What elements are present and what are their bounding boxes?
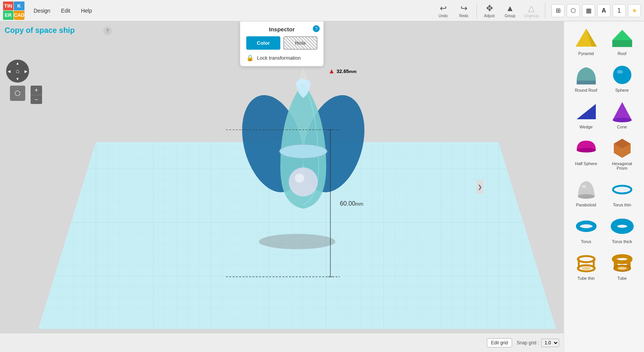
svg-rect-19: [577, 81, 596, 84]
svg-point-26: [577, 148, 596, 152]
bottom-bar: Edit grid Snap grid : 1.0 0.5 0.1: [0, 333, 564, 352]
shapes-row-1: Pyramid Roof: [566, 24, 642, 58]
inspector-help-button[interactable]: ?: [313, 25, 320, 32]
cone-icon: [611, 100, 634, 123]
shape-hex-prism[interactable]: Hexagonal Prism: [605, 135, 639, 173]
tube-label: Tube: [617, 276, 627, 281]
group-button[interactable]: ▲ Group: [501, 2, 520, 19]
svg-point-6: [289, 167, 318, 196]
group-icon: ▲: [506, 3, 514, 13]
shape-paraboloid[interactable]: Paraboloid: [569, 176, 603, 209]
height-value-label: 32.65mm: [337, 68, 356, 74]
half-sphere-label: Half Sphere: [575, 161, 597, 166]
grid-view-icon[interactable]: ⊞: [551, 4, 564, 17]
shapes-row-3: Wedge Cone: [566, 98, 642, 131]
number-1-icon[interactable]: 1: [613, 4, 626, 17]
group-label: Group: [505, 14, 516, 18]
shape-cone[interactable]: Cone: [605, 98, 639, 131]
shape-round-roof[interactable]: Round Roof: [569, 61, 603, 95]
toolbar-separator-1: [476, 3, 477, 18]
svg-point-46: [618, 267, 627, 270]
svg-point-25: [613, 118, 632, 122]
nav-cube-icon[interactable]: ⬡: [10, 86, 25, 101]
adjust-label: Adjust: [484, 14, 495, 18]
nav-left-arrow: ◀: [8, 69, 11, 73]
svg-point-29: [578, 194, 595, 199]
torus-thin-label: Torus thin: [613, 203, 631, 207]
shapes-row-4: Half Sphere Hexagonal Prism: [566, 135, 642, 173]
height-arrow-up-icon: ▲: [328, 67, 335, 75]
pyramid-label: Pyramid: [578, 51, 594, 56]
top-right-icon-group: ⊞ ⬡ ▦ A 1 ★: [551, 4, 641, 17]
help-button[interactable]: ?: [103, 27, 112, 35]
shape-torus-thick[interactable]: Torus thick: [605, 212, 639, 246]
toolbar-separator-2: [545, 3, 545, 18]
hex-prism-label: Hexagonal Prism: [607, 161, 637, 170]
cone-label: Cone: [617, 125, 627, 129]
torus-thick-icon: [611, 215, 634, 238]
shape-torus-thin[interactable]: Torus thin: [605, 176, 639, 209]
menu-edit[interactable]: Edit: [57, 5, 75, 16]
tube-icon: [611, 251, 634, 274]
svg-point-5: [280, 144, 327, 158]
shape-half-sphere[interactable]: Half Sphere: [569, 135, 603, 173]
text-a-icon[interactable]: A: [597, 4, 610, 17]
shape-roof[interactable]: Roof: [605, 24, 639, 58]
snap-label: Snap grid :: [517, 340, 539, 346]
svg-marker-17: [612, 30, 632, 40]
half-sphere-icon: [575, 137, 598, 160]
inspector-title: Inspector: [246, 26, 317, 32]
color-button[interactable]: Color: [246, 36, 280, 50]
menu-design[interactable]: Design: [29, 5, 55, 16]
layers-icon[interactable]: ▦: [582, 4, 595, 17]
tinkercad-logo[interactable]: TIN K ER CAD: [3, 2, 24, 20]
shapes-sidebar: Pyramid Roof Round Roof: [564, 21, 644, 352]
ungroup-label: Ungroup: [524, 14, 539, 18]
shapes-row-2: Round Roof Sphere: [566, 61, 642, 95]
edit-grid-button[interactable]: Edit grid: [487, 338, 512, 347]
redo-icon: ↪: [460, 3, 467, 13]
lock-row: 🔒 Lock transformation: [246, 54, 317, 62]
canvas-area[interactable]: Copy of space ship ? ▲ ▼ ◀ ▶ ⌂ ⬡ + − Ins…: [0, 21, 564, 352]
svg-point-32: [617, 187, 628, 192]
logo-cad: CAD: [14, 11, 24, 20]
svg-point-36: [620, 225, 624, 228]
nav-home-icon: ⌂: [16, 68, 20, 75]
inspector-panel: Inspector ? Color Hole 🔒 Lock transforma…: [240, 21, 324, 67]
nav-right-arrow: ▶: [24, 69, 28, 73]
shape-torus[interactable]: Torus: [569, 212, 603, 246]
svg-point-21: [617, 70, 623, 74]
adjust-button[interactable]: ✥ Adjust: [480, 2, 499, 19]
torus-label: Torus: [581, 239, 591, 244]
redo-button[interactable]: ↪ Redo: [454, 2, 473, 19]
menu-help[interactable]: Help: [76, 5, 97, 16]
collapse-sidebar-button[interactable]: ❯: [476, 180, 483, 194]
wedge-icon: [575, 100, 598, 123]
hex-prism-icon: [611, 137, 634, 160]
torus-icon: [575, 215, 598, 238]
main-toolbar: TIN K ER CAD Design Edit Help ↩ Undo ↪ R…: [0, 0, 644, 21]
nav-down-arrow: ▼: [16, 77, 20, 81]
undo-button[interactable]: ↩ Undo: [434, 2, 453, 19]
roof-icon: [611, 27, 634, 50]
shape-wedge[interactable]: Wedge: [569, 98, 603, 131]
shape-sphere[interactable]: Sphere: [605, 61, 639, 95]
nav-orbit[interactable]: ▲ ▼ ◀ ▶ ⌂: [6, 60, 29, 83]
tube-thin-label: Tube thin: [577, 276, 595, 281]
star-icon[interactable]: ★: [628, 4, 641, 17]
lock-icon: 🔒: [246, 54, 254, 62]
nav-controls: ▲ ▼ ◀ ▶ ⌂ ⬡ + −: [6, 60, 42, 104]
cube-icon[interactable]: ⬡: [567, 4, 580, 17]
hole-button[interactable]: Hole: [283, 36, 317, 50]
snap-select[interactable]: 1.0 0.5 0.1: [541, 339, 559, 347]
logo-tin: TIN: [3, 2, 13, 11]
shape-pyramid[interactable]: Pyramid: [569, 24, 603, 58]
shape-tube-thin[interactable]: Tube thin: [569, 249, 603, 283]
redo-label: Redo: [459, 14, 468, 18]
nav-up-arrow: ▲: [16, 61, 20, 65]
svg-point-41: [582, 267, 591, 270]
ungroup-button[interactable]: △ Ungroup: [521, 2, 542, 19]
shape-tube[interactable]: Tube: [605, 249, 639, 283]
svg-point-30: [582, 185, 586, 188]
sphere-label: Sphere: [615, 88, 629, 92]
